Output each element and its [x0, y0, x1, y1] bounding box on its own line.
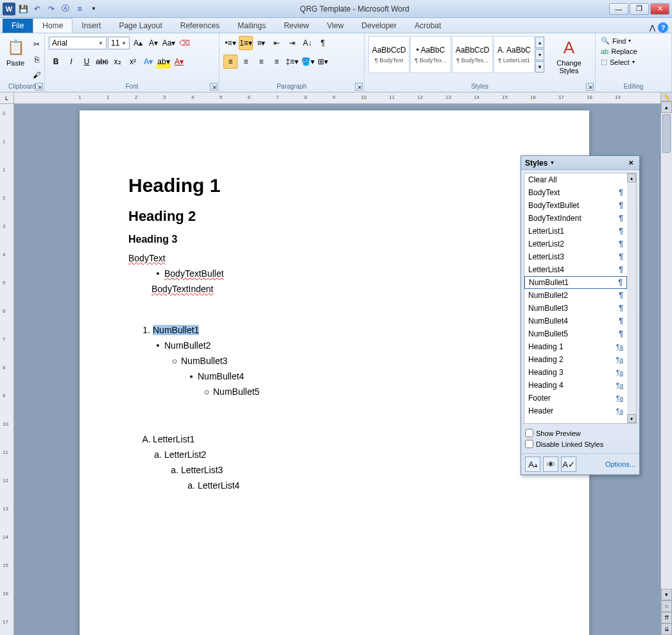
prev-page-icon[interactable]: ⇈	[661, 612, 672, 623]
decrease-indent-icon[interactable]: ⇤	[270, 36, 284, 50]
style-row-8[interactable]: NumBullet1¶	[524, 276, 627, 289]
shrink-font-icon[interactable]: A▾	[146, 36, 160, 50]
redo-icon[interactable]: ↷	[45, 3, 58, 15]
style-row-13[interactable]: Heading 1¶a	[524, 340, 627, 353]
style-row-7[interactable]: LetterList4¶	[524, 263, 627, 276]
numbullet-5[interactable]: ○NumBullet5	[200, 387, 540, 397]
shading-icon[interactable]: 🪣▾	[300, 55, 314, 69]
style-inspector-icon[interactable]: 👁	[543, 457, 558, 472]
styles-dialog-launcher[interactable]: ⇲	[586, 83, 594, 91]
body-text[interactable]: BodyText	[128, 253, 540, 263]
subscript-button[interactable]: x₂	[110, 55, 125, 69]
undo-icon[interactable]: ↶	[31, 3, 44, 15]
style-row-11[interactable]: NumBullet4¶	[524, 315, 627, 327]
numbullet-1[interactable]: 1.NumBullet1	[140, 325, 540, 335]
save-icon[interactable]: 💾	[17, 3, 30, 15]
letterlist-2[interactable]: a.LetterList2	[151, 449, 540, 460]
style-row-16[interactable]: Heading 4¶a	[524, 379, 627, 392]
letterlist-4[interactable]: a.LetterList4	[185, 480, 540, 491]
gallery-more-icon[interactable]: ▼	[535, 61, 544, 73]
clear-formatting-icon[interactable]: ⌫	[177, 36, 191, 50]
heading-1[interactable]: Heading 1	[128, 175, 540, 196]
select-button[interactable]: ⬚Select▾	[599, 57, 639, 67]
help-icon[interactable]: ?	[658, 22, 668, 33]
grow-font-icon[interactable]: A▴	[131, 36, 145, 50]
gallery-down-icon[interactable]: ▾	[535, 49, 544, 60]
font-color-icon[interactable]: A▾	[172, 55, 186, 69]
numbullet-4[interactable]: ▪NumBullet4	[185, 371, 540, 381]
align-right-icon[interactable]: ≡	[254, 55, 268, 69]
cut-icon[interactable]: ✂	[30, 37, 44, 51]
copy-icon[interactable]: ⎘	[30, 53, 44, 67]
align-left-icon[interactable]: ≡	[223, 55, 237, 69]
pane-dropdown-icon[interactable]: ▼	[547, 159, 556, 168]
font-name-combo[interactable]: Arial▼	[49, 37, 107, 49]
letterlist-3[interactable]: a.LetterList3	[168, 465, 540, 475]
format-painter-icon[interactable]: 🖌	[30, 68, 44, 82]
increase-indent-icon[interactable]: ⇥	[285, 36, 299, 50]
change-styles-button[interactable]: A Change Styles	[547, 36, 591, 76]
numbullet-3[interactable]: ○NumBullet3	[168, 356, 540, 366]
scroll-up-icon[interactable]: ▴	[661, 101, 672, 113]
acrobat-tab[interactable]: Acrobat	[406, 19, 450, 33]
style-row-5[interactable]: LetterList2¶	[524, 238, 627, 250]
multilevel-list-icon[interactable]: ≡▾	[254, 36, 268, 50]
horizontal-ruler[interactable]: 112345678910111213141516171819	[14, 92, 660, 104]
style-row-18[interactable]: Header¶a	[524, 404, 627, 417]
page[interactable]: Heading 1 Heading 2 Heading 3 BodyText •…	[80, 110, 589, 635]
style-row-9[interactable]: NumBullet2¶	[524, 289, 627, 302]
style-row-6[interactable]: LetterList3¶	[524, 250, 627, 263]
style-item-2[interactable]: AaBbCcD¶ BodyTex...	[452, 36, 493, 73]
paste-button[interactable]: 📋 Paste	[4, 36, 27, 68]
bullet-item[interactable]: •BodyTextBullet	[151, 268, 540, 279]
mailings-tab[interactable]: Mailings	[228, 19, 275, 33]
vertical-scrollbar[interactable]: 📏 ▴ ▾ ○ ⇈ ⇊	[660, 92, 672, 635]
pane-scrollbar[interactable]: ▴ ▾	[627, 173, 636, 423]
clipboard-dialog-launcher[interactable]: ⇲	[35, 83, 43, 91]
new-style-icon[interactable]: A₄	[525, 457, 540, 472]
styles-list[interactable]: ▴ ▾ Clear AllBodyText¶BodyTextBullet¶Bod…	[524, 173, 637, 424]
font-size-combo[interactable]: 11▼	[108, 37, 130, 49]
file-tab[interactable]: File	[3, 19, 33, 33]
manage-styles-icon[interactable]: A✓	[561, 457, 576, 472]
styles-pane-title[interactable]: Styles ▼ ✕	[521, 156, 639, 170]
maximize-button[interactable]: ❐	[630, 3, 649, 15]
numbullet-2[interactable]: •NumBullet2	[151, 340, 540, 351]
styles-options-link[interactable]: Options...	[605, 460, 635, 468]
indent-text[interactable]: BodyTextIndent	[151, 284, 540, 294]
minimize-button[interactable]: —	[609, 3, 628, 15]
font-dialog-launcher[interactable]: ⇲	[210, 83, 218, 91]
style-row-3[interactable]: BodyTextIndent¶	[524, 212, 627, 225]
scroll-thumb[interactable]	[662, 114, 671, 153]
sort-icon[interactable]: A↓	[300, 36, 314, 50]
insert-tab[interactable]: Insert	[73, 19, 110, 33]
bullets-icon[interactable]: •≡▾	[223, 36, 237, 50]
tab-selector[interactable]: L	[0, 92, 13, 104]
minimize-ribbon-icon[interactable]: ⋀	[650, 24, 655, 32]
heading-3[interactable]: Heading 3	[128, 234, 540, 245]
change-case-icon[interactable]: Aa▾	[162, 36, 176, 50]
paragraph-dialog-launcher[interactable]: ⇲	[355, 83, 363, 91]
style-row-0[interactable]: Clear All	[524, 173, 627, 186]
show-preview-check[interactable]: Show Preview	[525, 429, 635, 437]
underline-button[interactable]: U	[80, 55, 94, 69]
qat-btn-5[interactable]: ≡	[73, 3, 86, 15]
developer-tab[interactable]: Developer	[352, 19, 406, 33]
pagelayout-tab[interactable]: Page Layout	[110, 19, 171, 33]
strikethrough-button[interactable]: abc	[95, 55, 109, 69]
style-row-10[interactable]: NumBullet3¶	[524, 302, 627, 315]
view-tab[interactable]: View	[318, 19, 353, 33]
next-page-icon[interactable]: ⇊	[661, 623, 672, 635]
close-button[interactable]: ✕	[650, 3, 669, 15]
style-row-12[interactable]: NumBullet5¶	[524, 327, 627, 340]
gallery-up-icon[interactable]: ▴	[535, 37, 544, 48]
numbering-icon[interactable]: 1≡▾	[239, 36, 253, 50]
bold-button[interactable]: B	[49, 55, 63, 69]
style-item-3[interactable]: A. AaBbC¶ LetterList1	[494, 36, 535, 73]
references-tab[interactable]: References	[171, 19, 228, 33]
pane-scroll-up-icon[interactable]: ▴	[627, 173, 636, 182]
find-button[interactable]: 🔍Find▾	[599, 36, 639, 46]
replace-button[interactable]: abReplace	[599, 47, 639, 56]
letterlist-1[interactable]: A.LetterList1	[140, 434, 540, 444]
pane-scroll-down-icon[interactable]: ▾	[627, 414, 636, 423]
